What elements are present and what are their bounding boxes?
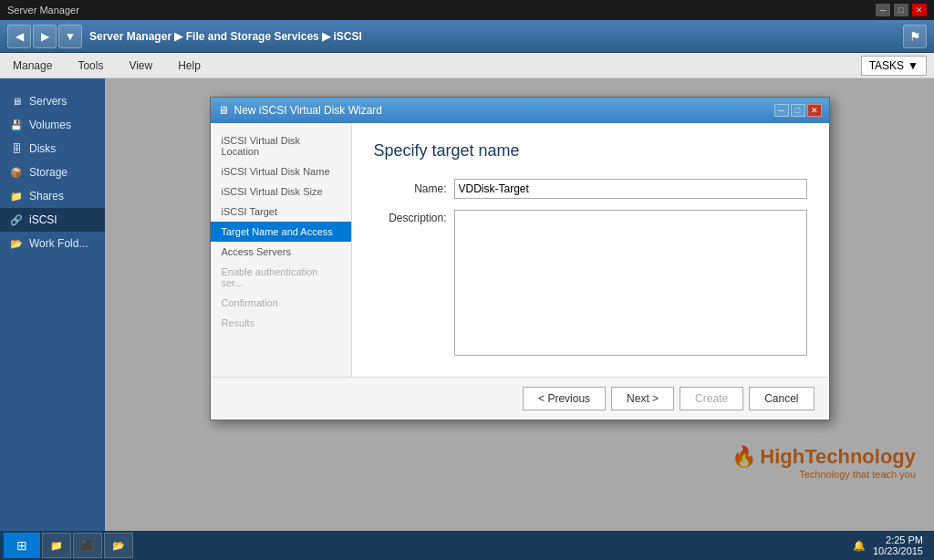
disks-icon: 🗄 [9,141,24,156]
toolbar: ◀ ▶ ▼ Server Manager ▶ File and Storage … [0,20,934,53]
taskbar-folder[interactable]: 📂 [104,533,133,558]
sidebar-item-storage[interactable]: 📦 Storage [0,161,105,184]
taskbar-right: 🔔 2:25 PM 10/23/2015 [853,534,930,556]
main-layout: 🖥 Servers 💾 Volumes 🗄 Disks 📦 Storage 📁 … [0,78,934,534]
menu-view[interactable]: View [123,56,158,76]
maximize-button[interactable]: □ [894,4,908,16]
shares-icon: 📁 [9,189,24,203]
minimize-button[interactable]: ─ [876,4,890,16]
wizard-step-confirm: Confirmation [211,293,351,313]
dialog-title-controls: ─ □ ✕ [774,104,822,117]
wizard-dialog: 🖥 New iSCSI Virtual Disk Wizard ─ □ ✕ iS… [210,97,830,420]
storage-icon: 📦 [9,165,24,180]
description-content [454,210,807,358]
sidebar-item-iscsi[interactable]: 🔗 iSCSI [0,208,105,232]
name-input[interactable] [454,179,807,199]
iscsi-icon: 🔗 [9,213,24,227]
notification-icon: 🔔 [853,540,866,552]
sidebar-item-workfolders[interactable]: 📂 Work Fold... [0,232,105,255]
wizard-step-disksize: iSCSI Virtual Disk Size [211,181,351,202]
previous-button[interactable]: < Previous [523,387,606,410]
wizard-nav: iSCSI Virtual Disk Location iSCSI Virtua… [211,123,352,377]
wizard-step-diskname: iSCSI Virtual Disk Name [211,161,351,181]
title-bar: Server Manager ─ □ ✕ [0,0,934,20]
description-textarea[interactable] [454,210,807,356]
back-button[interactable]: ◀ [7,25,31,48]
volumes-icon: 💾 [9,118,24,132]
taskbar: ⊞ 📁 ⬛ 📂 🔔 2:25 PM 10/23/2015 [0,531,934,560]
workfolders-icon: 📂 [9,236,24,251]
title-bar-controls: ─ □ ✕ [876,4,927,16]
dropdown-button[interactable]: ▼ [58,25,82,48]
flag-icon: ⚑ [903,25,927,48]
description-form-row: Description: [374,210,807,358]
dialog-title: New iSCSI Virtual Disk Wizard [234,104,382,117]
breadcrumb: Server Manager ▶ File and Storage Servic… [89,30,896,43]
dialog-maximize-button[interactable]: □ [791,104,805,117]
wizard-step-results: Results [211,313,351,333]
cancel-button[interactable]: Cancel [749,387,814,410]
sidebar: 🖥 Servers 💾 Volumes 🗄 Disks 📦 Storage 📁 … [0,78,105,534]
name-label: Name: [374,182,447,195]
wizard-content: Specify target name Name: Description: [352,123,829,377]
nav-buttons: ◀ ▶ ▼ [7,25,82,48]
taskbar-cmd[interactable]: ⬛ [73,533,102,558]
wizard-step-targetname: Target Name and Access [211,222,351,242]
description-label: Description: [374,210,447,358]
create-button[interactable]: Create [680,387,743,410]
tasks-button[interactable]: TASKS ▼ [861,56,927,76]
menu-help[interactable]: Help [172,56,206,76]
next-button[interactable]: Next > [611,387,674,410]
sidebar-item-volumes[interactable]: 💾 Volumes [0,113,105,137]
taskbar-explorer[interactable]: 📁 [42,533,71,558]
cmd-icon: ⬛ [81,540,94,552]
dialog-close-button[interactable]: ✕ [807,104,822,117]
sidebar-item-shares[interactable]: 📁 Shares [0,184,105,208]
wizard-step-access: Access Servers [211,242,351,262]
sidebar-section: 🖥 Servers 💾 Volumes 🗄 Disks 📦 Storage 📁 … [0,86,105,259]
sidebar-item-servers[interactable]: 🖥 Servers [0,89,105,113]
date-display: 10/23/2015 [873,545,923,556]
name-form-row: Name: [374,179,807,199]
menu-manage[interactable]: Manage [7,56,57,76]
wizard-step-target: iSCSI Target [211,202,351,222]
wizard-heading: Specify target name [374,141,807,161]
close-button[interactable]: ✕ [912,4,927,16]
sidebar-item-disks[interactable]: 🗄 Disks [0,137,105,161]
forward-button[interactable]: ▶ [33,25,57,48]
explorer-icon: 📁 [50,540,63,552]
content-area: 🔥HighTechnology Technology that teach yo… [105,78,934,534]
dialog-title-bar: 🖥 New iSCSI Virtual Disk Wizard ─ □ ✕ [211,98,829,123]
servers-icon: 🖥 [9,94,24,109]
menu-bar: Manage Tools View Help TASKS ▼ [0,53,934,78]
wizard-step-auth: Enable authentication ser... [211,262,351,293]
dialog-minimize-button[interactable]: ─ [774,104,789,117]
menu-tools[interactable]: Tools [72,56,109,76]
folder-icon: 📂 [112,540,125,552]
app-title: Server Manager [7,5,79,16]
start-button[interactable]: ⊞ [4,533,40,558]
dialog-overlay: 🖥 New iSCSI Virtual Disk Wizard ─ □ ✕ iS… [105,78,934,534]
wizard-step-location: iSCSI Virtual Disk Location [211,130,351,161]
time-display: 2:25 PM [873,534,923,545]
dialog-icon: 🖥 [218,104,229,117]
dialog-body: iSCSI Virtual Disk Location iSCSI Virtua… [211,123,829,377]
dialog-footer: < Previous Next > Create Cancel [211,377,829,420]
